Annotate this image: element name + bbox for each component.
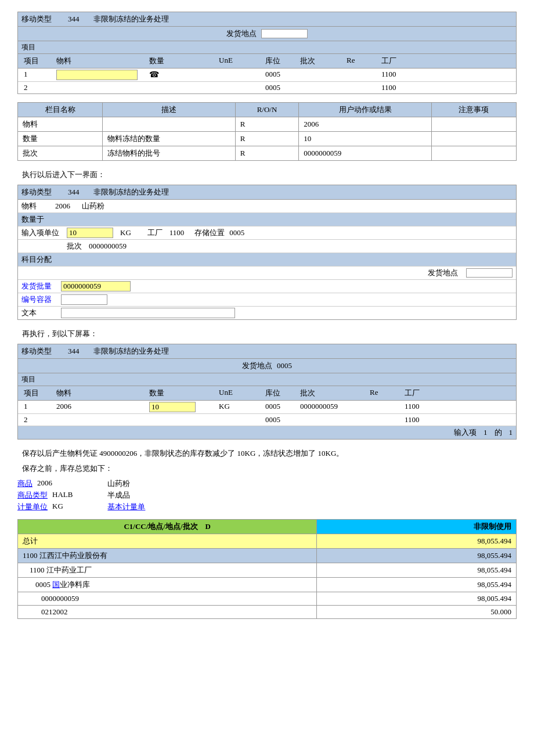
field-batch-desc: 冻结物料的批号 <box>103 146 236 161</box>
panel3-table-header: 项目 物料 数量 UnE 库位 批次 Re 工厂 <box>18 386 516 401</box>
panel2-header: 移动类型 344 非限制冻结的业务处理 <box>18 185 516 200</box>
col-name-header: 栏目名称 <box>18 103 103 117</box>
panel1-dispatch-row: 发货地点 <box>18 27 516 41</box>
commodity-label[interactable]: 商品 <box>17 478 33 489</box>
row1-re <box>347 70 381 80</box>
unit-row: 计量单位 KG <box>17 502 73 512</box>
field-qty-action: 10 <box>299 132 432 146</box>
p2-plant-value: 1100 <box>169 228 185 237</box>
panel3-project-section: 项目 <box>18 373 516 386</box>
field-material-action: 2006 <box>299 117 432 132</box>
field-material-note <box>431 117 516 132</box>
move-type-label: 移动类型 <box>21 14 56 24</box>
exec-label1: 执行以后进入下一界面： <box>22 169 517 181</box>
panel1: 移动类型 344 非限制冻结的业务处理 发货地点 项目 项目 物料 数量 UnE… <box>17 12 517 94</box>
of-value: 1 <box>509 428 513 437</box>
input-items-label: 输入项 <box>454 427 477 438</box>
field-row-qty: 数量 物料冻结的数量 R 10 <box>18 132 517 146</box>
p2-move-label: 移动类型 <box>21 187 56 197</box>
p2-input-value[interactable]: 10 <box>67 228 113 238</box>
p2-input-label: 输入项单位 <box>21 228 62 238</box>
field-qty-desc: 物料冻结的数量 <box>103 132 236 146</box>
row1-une <box>219 70 265 80</box>
p2-move-desc: 非限制冻结的业务处理 <box>93 187 169 197</box>
unit-label[interactable]: 计量单位 <box>17 502 48 512</box>
field-table: 栏目名称 描述 R/O/N 用户动作或结果 注意事项 物料 R 2006 数量 … <box>17 102 517 161</box>
type-label[interactable]: 商品类型 <box>17 490 48 501</box>
p3-r2-material <box>56 415 149 424</box>
col-batch: 批次 <box>300 56 347 66</box>
inv-left-col: 商品 2006 商品类型 HALB 计量单位 KG <box>17 478 73 513</box>
panel2-material-row: 物料 2006 山药粉 <box>18 200 516 213</box>
input-items-value: 1 <box>484 428 488 437</box>
p2-unit: KG <box>120 228 131 237</box>
inv-detail-label-0: 1100 江中药业工厂 <box>18 563 317 578</box>
project-label: 项目 <box>21 43 35 51</box>
p3-r1-batch: 0000000059 <box>300 402 370 412</box>
p2-dispatch-input[interactable] <box>466 268 513 278</box>
of-label: 的 <box>495 427 502 438</box>
type-value: HALB <box>52 490 73 501</box>
inv-detail-label-1: 0005 国业净料库 <box>18 578 317 592</box>
field-batch-name: 批次 <box>18 146 103 161</box>
p2-dbatch-value[interactable]: 0000000059 <box>61 281 131 291</box>
inv-col2-header: 非限制使用 <box>317 520 517 534</box>
panel3-input-items-row: 输入项 1 的 1 <box>18 426 516 439</box>
p3-col-location: 库位 <box>265 388 300 398</box>
commodity-name-row: 山药粉 <box>107 478 145 489</box>
type-row: 商品类型 HALB <box>17 490 73 501</box>
p2-material-label: 物料 <box>21 201 50 211</box>
p3-r1-une: KG <box>219 402 265 412</box>
inv-detail-row-1: 0005 国业净料库 98,055.494 <box>18 578 517 592</box>
col-ron-header: R/O/N <box>235 103 298 117</box>
col-item: 项目 <box>21 56 56 66</box>
p2-batch-label: 批次 <box>67 241 84 251</box>
commodity-row: 商品 2006 <box>17 478 73 489</box>
p3-r2-une <box>219 415 265 424</box>
col-note-header: 注意事项 <box>431 103 516 117</box>
panel2-dispatch-row: 发货地点 <box>18 267 516 280</box>
p2-material-value: 2006 <box>55 201 70 211</box>
col-une: UnE <box>219 56 265 66</box>
p3-r1-location: 0005 <box>265 402 300 412</box>
inv-detail-label-3: 0212002 <box>18 606 317 619</box>
panel2-text-row: 文本 <box>18 307 516 319</box>
row2-une <box>219 83 265 92</box>
p3-r1-qty[interactable]: 10 <box>149 402 196 412</box>
type-name-row: 半成品 <box>107 490 145 501</box>
inv-detail-value-1: 98,055.494 <box>317 578 517 592</box>
inv-total-row: 总计 98,055.494 <box>18 534 517 549</box>
panel1-row1: 1 ☎ 0005 1100 <box>18 69 516 82</box>
row1-material-input[interactable] <box>56 70 138 80</box>
unit-value: KG <box>52 502 63 512</box>
col-desc-header: 描述 <box>103 103 236 117</box>
col-qty: 数量 <box>149 56 219 66</box>
p3-move-desc: 非限制冻结的业务处理 <box>93 346 169 357</box>
row2-batch <box>300 83 347 92</box>
p3-r1-plant: 1100 <box>405 402 451 412</box>
inv-detail-row-2: 0000000059 98,005.494 <box>18 592 517 606</box>
inventory-summary-table: C1/CC/地点/地点/批次 D 非限制使用 总计 98,055.494 110… <box>17 519 517 619</box>
base-unit-label[interactable]: 基本计量单 <box>107 502 145 511</box>
field-material-name: 物料 <box>18 117 103 132</box>
p2-serial-input[interactable] <box>61 294 107 305</box>
panel3: 移动类型 344 非限制冻结的业务处理 发货地点 0005 项目 项目 物料 数… <box>17 344 517 440</box>
p2-text-input[interactable] <box>61 308 235 318</box>
p3-col-une: UnE <box>219 388 265 398</box>
dispatch-input[interactable] <box>261 29 308 38</box>
panel3-row2: 2 0005 1100 <box>18 414 516 426</box>
dispatch-label: 发货地点 <box>226 28 257 39</box>
field-qty-name: 数量 <box>18 132 103 146</box>
p3-r2-plant: 1100 <box>405 415 451 424</box>
panel2-dispatch-batch-row: 发货批量 0000000059 <box>18 280 516 293</box>
base-unit-row: 基本计量单 <box>107 502 145 512</box>
inv-company-row: 1100 江西江中药业股份有 98,055.494 <box>18 549 517 563</box>
p2-text-label: 文本 <box>21 308 56 318</box>
p3-col-qty: 数量 <box>149 388 219 398</box>
panel1-row2: 2 0005 1100 <box>18 82 516 93</box>
row2-qty <box>149 83 219 92</box>
p2-dbatch-label: 发货批量 <box>21 281 56 291</box>
p3-r2-re <box>370 415 405 424</box>
row2-item: 2 <box>21 83 56 92</box>
field-qty-note <box>431 132 516 146</box>
